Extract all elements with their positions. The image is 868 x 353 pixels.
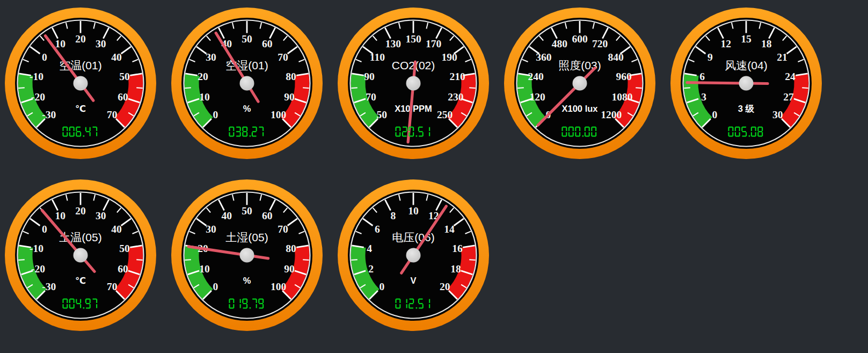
svg-text:1080: 1080 <box>611 91 632 103</box>
svg-text:60: 60 <box>118 263 128 275</box>
gauge-hub <box>739 76 754 91</box>
svg-text:0: 0 <box>213 109 218 120</box>
svg-text:9: 9 <box>707 52 713 63</box>
svg-text:240: 240 <box>528 71 543 82</box>
svg-text:10: 10 <box>408 205 419 217</box>
svg-text:10: 10 <box>55 38 66 49</box>
svg-text:-10: -10 <box>30 71 43 82</box>
svg-text:960: 960 <box>616 71 631 82</box>
svg-text:-30: -30 <box>42 281 56 292</box>
svg-text:10: 10 <box>199 263 210 275</box>
svg-text:110: 110 <box>370 52 385 63</box>
svg-text:-30: -30 <box>42 109 56 120</box>
svg-text:30: 30 <box>772 109 783 120</box>
gauge-unit: X100 lux <box>562 104 599 113</box>
svg-text:30: 30 <box>96 38 106 49</box>
svg-text:100: 100 <box>271 109 286 120</box>
svg-text:70: 70 <box>366 91 376 103</box>
svg-text:80: 80 <box>286 71 296 82</box>
gauge-wind-speed-04: 036912151821242730风速(04)3 级 <box>670 7 822 160</box>
svg-text:50: 50 <box>242 33 252 45</box>
svg-text:150: 150 <box>405 33 421 45</box>
svg-text:-20: -20 <box>31 263 45 275</box>
svg-text:14: 14 <box>444 224 455 235</box>
gauge-unit: 3 级 <box>738 104 755 113</box>
svg-text:4: 4 <box>367 243 372 254</box>
svg-text:6: 6 <box>699 71 705 82</box>
gauge-hub <box>406 76 421 91</box>
svg-text:-10: -10 <box>30 243 43 254</box>
svg-text:30: 30 <box>206 224 216 235</box>
svg-text:2: 2 <box>368 263 374 275</box>
gauge-hub <box>74 76 88 91</box>
gauge-title: 土湿(05) <box>225 231 268 243</box>
svg-text:0: 0 <box>379 281 384 292</box>
gauge-unit: ℃ <box>75 104 86 113</box>
svg-text:80: 80 <box>286 243 296 254</box>
svg-text:21: 21 <box>777 52 787 63</box>
svg-text:70: 70 <box>107 281 118 292</box>
svg-text:0: 0 <box>213 281 218 292</box>
svg-text:50: 50 <box>242 205 252 217</box>
svg-text:480: 480 <box>552 38 567 49</box>
gauge-illuminance-03: 012024036048060072084096010801200照度(03)X… <box>504 7 656 160</box>
svg-text:840: 840 <box>608 52 623 63</box>
svg-text:10: 10 <box>199 91 210 103</box>
svg-text:20: 20 <box>440 281 450 292</box>
svg-text:70: 70 <box>107 109 118 120</box>
svg-text:18: 18 <box>761 38 772 49</box>
svg-text:18: 18 <box>450 263 461 275</box>
svg-text:210: 210 <box>449 71 465 82</box>
gauge-hub <box>240 248 254 263</box>
svg-text:20: 20 <box>198 71 208 82</box>
gauge-unit: X10 PPM <box>395 104 432 113</box>
svg-text:-20: -20 <box>31 91 45 103</box>
svg-text:30: 30 <box>96 210 106 221</box>
svg-text:360: 360 <box>536 52 551 63</box>
svg-text:50: 50 <box>119 243 130 254</box>
svg-text:6: 6 <box>375 224 380 235</box>
svg-text:40: 40 <box>111 52 122 63</box>
svg-text:27: 27 <box>783 91 794 103</box>
gauge-unit: ℃ <box>75 276 86 285</box>
svg-text:24: 24 <box>785 71 796 82</box>
gauge-hub <box>406 248 421 263</box>
svg-text:120: 120 <box>529 91 545 103</box>
svg-text:70: 70 <box>278 224 288 235</box>
svg-text:0: 0 <box>42 224 47 235</box>
gauge-hub <box>74 248 88 263</box>
gauge-air-humidity-01: 0102030405060708090100空湿(01)% <box>171 7 323 160</box>
svg-text:130: 130 <box>385 38 401 49</box>
svg-text:30: 30 <box>206 52 216 63</box>
svg-text:90: 90 <box>284 263 295 275</box>
gauge-co2-02: 507090110130150170190210230250CO2(02)X10… <box>337 7 490 160</box>
svg-text:12: 12 <box>721 38 732 49</box>
svg-text:50: 50 <box>119 71 130 82</box>
svg-text:20: 20 <box>75 33 86 45</box>
svg-text:0: 0 <box>712 109 717 120</box>
gauge-unit: V <box>410 276 416 285</box>
sensor-gauge-dashboard: -30-20-10010203040506070空温(01)℃ 01020304… <box>0 0 868 353</box>
gauge-title: 风速(04) <box>725 59 767 71</box>
gauge-hub <box>573 76 587 91</box>
svg-text:8: 8 <box>390 210 396 221</box>
svg-text:60: 60 <box>262 210 273 221</box>
svg-text:60: 60 <box>118 91 128 103</box>
svg-text:1200: 1200 <box>601 109 622 120</box>
svg-text:230: 230 <box>448 91 463 103</box>
gauge-air-temperature-01: -30-20-10010203040506070空温(01)℃ <box>4 7 157 160</box>
svg-text:600: 600 <box>572 33 587 45</box>
gauge-soil-temperature-05: -30-20-10010203040506070土温(05)℃ <box>4 179 157 332</box>
gauge-voltage-06: 02468101214161820电压(06)V <box>337 179 490 332</box>
svg-text:170: 170 <box>426 38 441 49</box>
svg-text:250: 250 <box>437 109 453 120</box>
gauge-needle <box>687 83 768 84</box>
svg-text:10: 10 <box>55 210 66 221</box>
gauge-unit: % <box>243 276 251 285</box>
svg-text:90: 90 <box>284 91 295 103</box>
svg-text:90: 90 <box>364 71 375 82</box>
svg-text:190: 190 <box>441 52 457 63</box>
svg-text:16: 16 <box>452 243 463 254</box>
svg-text:40: 40 <box>111 224 122 235</box>
svg-text:20: 20 <box>75 205 86 217</box>
